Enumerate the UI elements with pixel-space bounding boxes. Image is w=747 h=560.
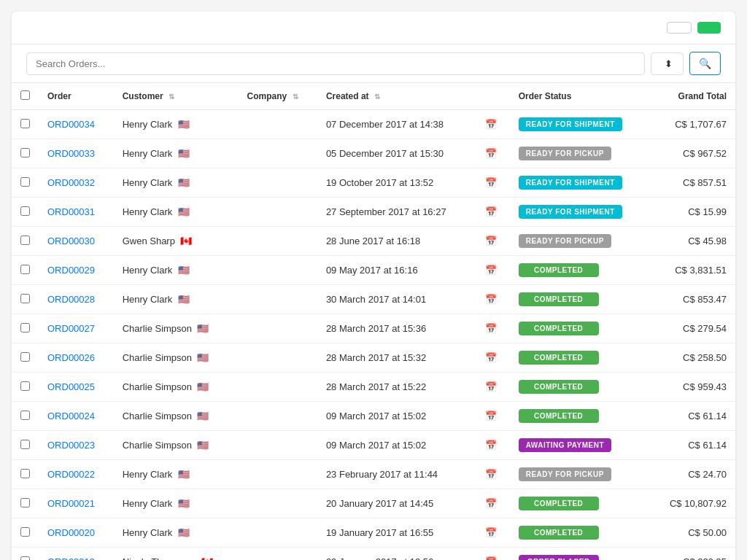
order-link[interactable]: ORD00022 bbox=[47, 469, 95, 480]
order-link[interactable]: ORD00031 bbox=[47, 206, 95, 217]
filter-orders-button[interactable]: ⬍ bbox=[651, 52, 684, 75]
company-column-header[interactable]: Company ⇅ bbox=[238, 83, 317, 110]
order-link[interactable]: ORD00029 bbox=[47, 265, 95, 276]
row-checkbox[interactable] bbox=[20, 498, 30, 508]
calendar-icon[interactable]: 📅 bbox=[485, 440, 497, 451]
row-checkbox[interactable] bbox=[20, 265, 30, 274]
order-link[interactable]: ORD00019 bbox=[47, 556, 95, 560]
row-checkbox[interactable] bbox=[20, 177, 30, 187]
calendar-icon[interactable]: 📅 bbox=[485, 352, 497, 363]
row-checkbox[interactable] bbox=[20, 294, 30, 303]
company-cell bbox=[238, 285, 317, 314]
customer-cell: Henry Clark 🇺🇸 bbox=[114, 198, 239, 227]
row-checkbox[interactable] bbox=[20, 119, 30, 128]
calendar-cell: 📅 bbox=[476, 460, 510, 489]
order-link[interactable]: ORD00027 bbox=[47, 323, 95, 334]
grand-total-cell: C$ 959.43 bbox=[649, 373, 735, 402]
order-link[interactable]: ORD00026 bbox=[47, 352, 95, 363]
order-id-cell: ORD00032 bbox=[39, 168, 114, 198]
order-link[interactable]: ORD00025 bbox=[47, 381, 95, 392]
calendar-icon[interactable]: 📅 bbox=[485, 498, 497, 509]
row-checkbox[interactable] bbox=[20, 148, 30, 158]
orders-table: Order Customer ⇅ Company ⇅ Created at ⇅ … bbox=[12, 83, 735, 560]
order-id-cell: ORD00023 bbox=[39, 431, 114, 460]
order-link[interactable]: ORD00024 bbox=[47, 411, 95, 421]
customer-name: Charlie Simpson bbox=[123, 323, 192, 334]
calendar-icon[interactable]: 📅 bbox=[485, 119, 497, 130]
calendar-icon[interactable]: 📅 bbox=[485, 556, 497, 560]
calendar-cell: 📅 bbox=[476, 110, 510, 139]
status-badge: READY FOR PICKUP bbox=[519, 467, 611, 481]
row-checkbox[interactable] bbox=[20, 527, 30, 537]
created-at-column-header[interactable]: Created at ⇅ bbox=[317, 83, 476, 110]
row-checkbox[interactable] bbox=[20, 381, 30, 391]
customer-name: Charlie Simpson bbox=[123, 411, 192, 421]
row-checkbox[interactable] bbox=[20, 236, 30, 245]
customer-column-header[interactable]: Customer ⇅ bbox=[114, 83, 239, 110]
row-checkbox[interactable] bbox=[20, 206, 30, 216]
calendar-icon[interactable]: 📅 bbox=[485, 236, 497, 246]
order-link[interactable]: ORD00028 bbox=[47, 294, 95, 305]
order-link[interactable]: ORD00030 bbox=[47, 236, 95, 246]
row-checkbox[interactable] bbox=[20, 469, 30, 478]
status-cell: COMPLETED bbox=[510, 314, 650, 343]
calendar-icon[interactable]: 📅 bbox=[485, 148, 497, 159]
order-link[interactable]: ORD00023 bbox=[47, 440, 95, 451]
calendar-cell: 📅 bbox=[476, 227, 510, 256]
status-cell: READY FOR SHIPMENT bbox=[510, 198, 650, 227]
customer-name: Henry Clark bbox=[123, 119, 173, 130]
grand-total-cell: C$ 258.50 bbox=[649, 343, 735, 373]
order-id-cell: ORD00024 bbox=[39, 402, 114, 431]
customer-name: Charlie Simpson bbox=[123, 440, 192, 451]
company-cell bbox=[238, 489, 317, 518]
customer-cell: Charlie Simpson 🇺🇸 bbox=[114, 343, 239, 373]
created-at-cell: 07 December 2017 at 14:38 bbox=[317, 110, 476, 139]
grand-total-cell: C$ 50.00 bbox=[649, 518, 735, 548]
order-id-cell: ORD00028 bbox=[39, 285, 114, 314]
row-checkbox[interactable] bbox=[20, 440, 30, 449]
calendar-icon[interactable]: 📅 bbox=[485, 411, 497, 421]
order-link[interactable]: ORD00033 bbox=[47, 148, 95, 159]
status-badge: ORDER PLACED bbox=[519, 555, 599, 560]
row-checkbox[interactable] bbox=[20, 323, 30, 332]
order-link[interactable]: ORD00032 bbox=[47, 177, 95, 188]
created-at-cell: 09 January 2017 at 12:56 bbox=[317, 548, 476, 561]
created-at-cell: 09 March 2017 at 15:02 bbox=[317, 431, 476, 460]
create-quote-button[interactable] bbox=[697, 22, 721, 34]
status-cell: READY FOR PICKUP bbox=[510, 460, 650, 489]
calendar-icon[interactable]: 📅 bbox=[485, 265, 497, 276]
order-link[interactable]: ORD00034 bbox=[47, 119, 95, 130]
header-actions bbox=[667, 22, 721, 34]
calendar-icon[interactable]: 📅 bbox=[485, 294, 497, 305]
calendar-icon[interactable]: 📅 bbox=[485, 323, 497, 334]
calendar-cell: 📅 bbox=[476, 518, 510, 548]
calendar-icon[interactable]: 📅 bbox=[485, 469, 497, 480]
row-checkbox[interactable] bbox=[20, 352, 30, 362]
customer-cell: Charlie Simpson 🇺🇸 bbox=[114, 373, 239, 402]
select-all-checkbox[interactable] bbox=[20, 90, 30, 100]
status-badge: COMPLETED bbox=[519, 292, 599, 306]
search-button[interactable]: 🔍 bbox=[689, 52, 721, 75]
row-checkbox[interactable] bbox=[20, 411, 30, 420]
customer-cell: Henry Clark 🇺🇸 bbox=[114, 168, 239, 198]
table-row: ORD00021 Henry Clark 🇺🇸 20 January 2017 … bbox=[12, 489, 735, 518]
calendar-icon[interactable]: 📅 bbox=[485, 381, 497, 392]
calendar-icon[interactable]: 📅 bbox=[485, 206, 497, 217]
row-checkbox[interactable] bbox=[20, 556, 30, 561]
search-input[interactable] bbox=[26, 52, 645, 75]
customer-cell: Gwen Sharp 🇨🇦 bbox=[114, 227, 239, 256]
order-id-cell: ORD00022 bbox=[39, 460, 114, 489]
order-link[interactable]: ORD00021 bbox=[47, 498, 95, 509]
flag-icon: 🇺🇸 bbox=[178, 148, 190, 159]
customer-cell: Charlie Simpson 🇺🇸 bbox=[114, 314, 239, 343]
grand-total-column-header: Grand Total bbox=[649, 83, 735, 110]
orders-page: ⬍ 🔍 Order Customer ⇅ Company ⇅ Created a… bbox=[12, 12, 735, 560]
calendar-icon[interactable]: 📅 bbox=[485, 177, 497, 188]
order-link[interactable]: ORD00020 bbox=[47, 527, 95, 538]
export-orders-button[interactable] bbox=[667, 22, 692, 34]
created-at-cell: 28 March 2017 at 15:36 bbox=[317, 314, 476, 343]
calendar-icon[interactable]: 📅 bbox=[485, 527, 497, 538]
created-at-cell: 27 September 2017 at 16:27 bbox=[317, 198, 476, 227]
grand-total-cell: C$ 61.14 bbox=[649, 431, 735, 460]
search-icon: 🔍 bbox=[699, 58, 711, 69]
